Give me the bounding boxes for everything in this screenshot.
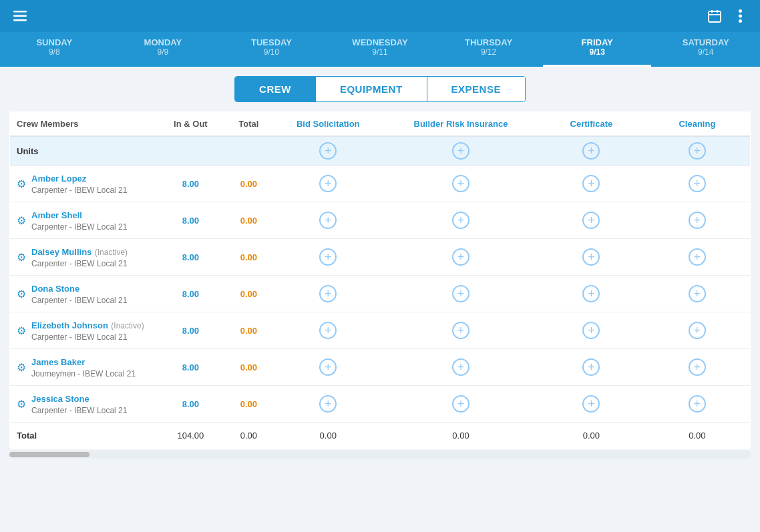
day-tab-wednesday[interactable]: WEDNESDAY9/11 [326, 32, 435, 67]
bid-cell[interactable]: + [273, 166, 383, 202]
add-cert-row-icon[interactable]: + [582, 175, 600, 192]
member-name[interactable]: Amber Shell [31, 210, 82, 220]
scroll-thumb [9, 452, 89, 457]
add-cert-row-icon[interactable]: + [582, 285, 600, 302]
add-cleaning-row-icon[interactable]: + [689, 358, 706, 376]
builder-risk-cell[interactable]: + [383, 312, 538, 349]
bid-cell[interactable]: + [273, 349, 383, 386]
certificate-cell[interactable]: + [538, 276, 644, 312]
certificate-cell[interactable]: + [538, 239, 644, 276]
day-tab-sunday[interactable]: SUNDAY9/8 [0, 32, 109, 67]
gear-icon[interactable]: ⚙ [17, 361, 26, 374]
cleaning-cell[interactable]: + [644, 276, 751, 312]
add-cert-row-icon[interactable]: + [582, 248, 600, 266]
member-info-cell: ⚙ Daisey Mullins (Inactive) Carpenter - … [10, 239, 157, 276]
units-builder-add[interactable]: + [383, 136, 538, 166]
units-bid-add[interactable]: + [273, 136, 383, 166]
add-builder-row-icon[interactable]: + [452, 248, 469, 266]
add-cleaning-row-icon[interactable]: + [689, 248, 706, 266]
builder-risk-cell[interactable]: + [383, 276, 538, 312]
bid-cell[interactable]: + [273, 386, 383, 423]
gear-icon[interactable]: ⚙ [17, 251, 26, 264]
gear-icon[interactable]: ⚙ [17, 398, 26, 411]
add-builder-row-icon[interactable]: + [452, 322, 469, 339]
cleaning-cell[interactable]: + [644, 239, 751, 276]
add-builder-row-icon[interactable]: + [452, 175, 469, 192]
scroll-area[interactable] [9, 451, 751, 459]
builder-risk-cell[interactable]: + [383, 386, 538, 423]
top-bar [0, 0, 760, 32]
cleaning-cell[interactable]: + [644, 166, 751, 202]
add-builder-row-icon[interactable]: + [452, 285, 469, 302]
day-name: TUESDAY [251, 37, 292, 47]
certificate-cell[interactable]: + [538, 166, 644, 202]
certificate-cell[interactable]: + [538, 312, 644, 349]
gear-icon[interactable]: ⚙ [17, 288, 26, 300]
day-name: SUNDAY [36, 37, 72, 47]
add-cleaning-row-icon[interactable]: + [689, 212, 706, 229]
cleaning-cell[interactable]: + [644, 312, 751, 349]
gear-icon[interactable]: ⚙ [17, 214, 26, 227]
add-cert-icon[interactable]: + [582, 142, 600, 160]
member-name[interactable]: Dona Stone [31, 284, 79, 294]
certificate-cell[interactable]: + [538, 349, 644, 386]
builder-risk-cell[interactable]: + [383, 166, 538, 202]
add-cert-row-icon[interactable]: + [582, 395, 600, 413]
add-bid-row-icon[interactable]: + [319, 358, 337, 376]
bid-cell[interactable]: + [273, 276, 383, 312]
day-tab-saturday[interactable]: SATURDAY9/14 [651, 32, 760, 67]
member-name[interactable]: Elizebeth Johnson [31, 320, 108, 330]
add-builder-row-icon[interactable]: + [452, 358, 469, 376]
add-bid-row-icon[interactable]: + [319, 175, 337, 192]
add-cleaning-row-icon[interactable]: + [689, 175, 706, 192]
add-cleaning-row-icon[interactable]: + [689, 285, 706, 302]
add-cert-row-icon[interactable]: + [582, 322, 600, 339]
day-tab-tuesday[interactable]: TUESDAY9/10 [217, 32, 326, 67]
day-tab-friday[interactable]: FRIDAY9/13 [543, 32, 652, 67]
member-name[interactable]: Amber Lopez [31, 174, 86, 184]
bid-cell[interactable]: + [273, 202, 383, 239]
add-bid-row-icon[interactable]: + [319, 395, 337, 413]
tab-btn-expense[interactable]: EXPENSE [427, 77, 525, 101]
hamburger-icon[interactable] [11, 7, 29, 25]
certificate-cell[interactable]: + [538, 386, 644, 423]
add-cleaning-row-icon[interactable]: + [689, 395, 706, 413]
units-cleaning-add[interactable]: + [644, 136, 751, 166]
cleaning-cell[interactable]: + [644, 349, 751, 386]
add-cert-row-icon[interactable]: + [582, 212, 600, 229]
member-name[interactable]: James Baker [31, 357, 85, 367]
builder-risk-cell[interactable]: + [383, 239, 538, 276]
add-bid-row-icon[interactable]: + [319, 248, 337, 266]
bid-cell[interactable]: + [273, 312, 383, 349]
bid-cell[interactable]: + [273, 239, 383, 276]
member-name[interactable]: Jessica Stone [31, 394, 89, 404]
cleaning-cell[interactable]: + [644, 202, 751, 239]
add-bid-icon[interactable]: + [319, 142, 337, 160]
member-name[interactable]: Daisey Mullins [31, 247, 91, 257]
add-cleaning-row-icon[interactable]: + [689, 322, 706, 339]
tab-btn-crew[interactable]: CREW [235, 77, 316, 101]
add-cert-row-icon[interactable]: + [582, 358, 600, 376]
add-bid-row-icon[interactable]: + [319, 212, 337, 229]
certificate-cell[interactable]: + [538, 202, 644, 239]
cleaning-cell[interactable]: + [644, 386, 751, 423]
gear-icon[interactable]: ⚙ [17, 178, 26, 190]
builder-risk-cell[interactable]: + [383, 202, 538, 239]
in-out-value: 8.00 [157, 202, 225, 239]
more-options-icon[interactable] [731, 7, 749, 25]
add-bid-row-icon[interactable]: + [319, 285, 337, 302]
tab-selector: CREWEQUIPMENTEXPENSE [0, 67, 760, 111]
add-bid-row-icon[interactable]: + [319, 322, 337, 339]
day-tab-monday[interactable]: MONDAY9/9 [109, 32, 218, 67]
calendar-icon[interactable] [705, 7, 724, 25]
add-builder-row-icon[interactable]: + [452, 395, 469, 413]
add-builder-row-icon[interactable]: + [452, 212, 469, 229]
day-tab-thursday[interactable]: THURSDAY9/12 [434, 32, 543, 67]
units-cert-add[interactable]: + [538, 136, 644, 166]
add-builder-icon[interactable]: + [452, 142, 469, 160]
gear-icon[interactable]: ⚙ [17, 324, 26, 337]
svg-rect-1 [13, 15, 27, 17]
tab-btn-equipment[interactable]: EQUIPMENT [316, 77, 427, 101]
builder-risk-cell[interactable]: + [383, 349, 538, 386]
add-cleaning-icon[interactable]: + [689, 142, 706, 160]
